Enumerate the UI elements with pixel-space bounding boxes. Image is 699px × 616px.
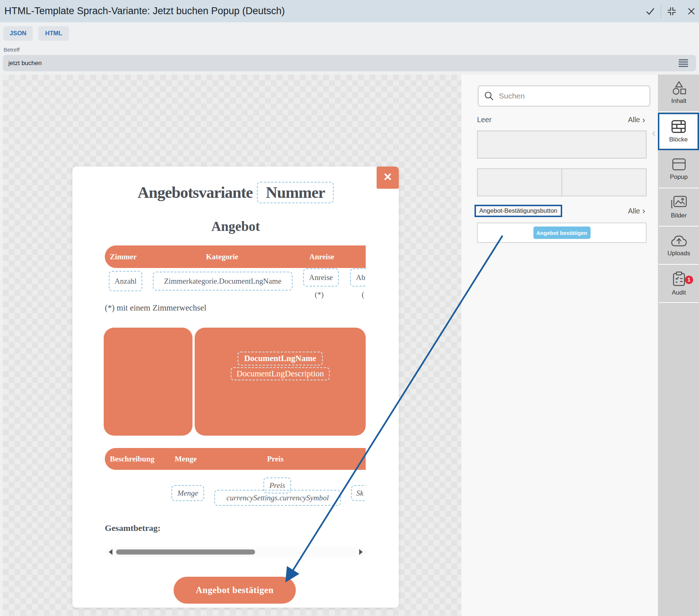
offer-image-block[interactable] [104,328,192,436]
scroll-right-icon[interactable] [359,549,363,555]
annotation-highlight-box: Angebot-Bestätigungsbutton [474,205,562,217]
rooms-table-header: Zimmer Kategorie Anreise Abr [105,245,366,268]
restore-window-button[interactable] [666,0,678,22]
popup-icon [671,158,687,171]
empty-column-left [478,169,562,196]
anreise-note: (*) [315,290,324,299]
subject-value: jetzt buchen [8,55,42,71]
rail-item-audit[interactable]: Audit 1 [659,265,699,303]
total-label: Gesamtbetrag: [105,523,160,533]
field-anreise[interactable]: Anreise [303,268,339,287]
popup-template-card: ✕ Angebotsvariante Nummer Angebot Zimmer… [72,167,399,608]
block-confirm-button-preview[interactable]: Angebot bestätigen [477,223,647,243]
images-icon [671,196,687,209]
check-icon [646,8,655,15]
subject-label: Betreff [4,47,20,53]
search-input[interactable] [499,92,637,100]
field-abreise[interactable]: Abr [350,268,366,287]
field-document-lng-name[interactable]: DocumentLngName [238,352,323,365]
block-empty-two-columns[interactable] [477,168,647,196]
col-beschreibung: Beschreibung [110,448,154,470]
blocks-panel: Leer Alle › Angebot-Bestätigungsbutton A… [461,75,658,616]
menu-icon[interactable] [679,59,688,67]
block-search[interactable] [478,85,650,107]
search-icon [484,91,494,101]
col-preis: Preis [267,448,283,470]
rail-item-inhalt[interactable]: Inhalt [659,75,699,112]
scrollbar-thumb[interactable] [116,549,255,555]
window-titlebar: HTML-Template Sprach-Variante: Jetzt buc… [0,0,699,22]
cloud-upload-icon [671,234,687,247]
confirm-check-button[interactable] [644,0,656,22]
section-leer-alle-link[interactable]: Alle › [628,116,645,124]
abreise-note: ( [362,290,364,299]
compress-icon [667,7,676,16]
col-kategorie: Kategorie [206,245,238,268]
chevron-right-icon: › [642,116,645,124]
window-title: HTML-Template Sprach-Variante: Jetzt buc… [4,0,285,22]
horizontal-scrollbar[interactable] [106,547,366,557]
section-confirm-alle-link[interactable]: Alle › [628,207,645,215]
rail-item-bloecke[interactable]: Blöcke [658,113,699,150]
preview-confirm-button[interactable]: Angebot bestätigen [533,227,591,239]
subject-input[interactable]: jetzt buchen [3,55,696,71]
empty-column-right [562,169,646,196]
col-menge: Menge [175,448,197,470]
field-zimmerkategorie[interactable]: Zimmerkategorie.DocumentLngName [153,272,293,291]
audit-badge: 1 [685,276,693,284]
side-rail: Inhalt Blöcke Popup Bilder Uploads [658,75,699,616]
col-anreise: Anreise [309,245,334,268]
section-confirm-header: Angebot-Bestätigungsbutton Alle › [474,205,645,217]
shapes-icon [671,81,687,95]
offer-text-block[interactable]: DocumentLngName DocumentLngDescription [195,328,366,436]
field-menge[interactable]: Menge [171,485,204,501]
close-icon [688,8,695,15]
close-window-button[interactable] [686,0,697,22]
rail-item-bilder[interactable]: Bilder [659,189,699,227]
section-confirm-title: Angebot-Bestätigungsbutton [479,207,557,214]
rail-item-uploads[interactable]: Uploads [659,227,699,265]
section-leer-header: Leer Alle › [477,116,645,124]
editor-canvas: ✕ Angebotsvariante Nummer Angebot Zimmer… [3,75,461,616]
col-zimmer: Zimmer [110,245,136,268]
field-document-lng-description[interactable]: DocumentLngDescription [231,367,330,380]
audit-clipboard-icon [672,271,686,287]
blocks-icon [671,120,686,133]
room-change-footnote: (*) mit einem Zimmerwechsel [105,303,206,313]
chevron-right-icon: › [642,207,645,215]
block-empty-one-column[interactable] [477,131,647,159]
price-table-header: Beschreibung Menge Preis [105,448,366,470]
rail-item-popup[interactable]: Popup [659,151,699,188]
field-anzahl[interactable]: Anzahl [109,271,142,291]
tab-html[interactable]: HTML [38,26,69,41]
titlebar-divider [661,4,661,19]
field-skonto[interactable]: Sk [351,485,366,501]
collapse-panel-icon[interactable]: ‹ [652,127,656,139]
tab-json[interactable]: JSON [3,26,33,41]
offer-confirm-button[interactable]: Angebot bestätigen [174,577,296,604]
section-leer-title: Leer [477,116,492,124]
scroll-left-icon[interactable] [109,549,112,555]
table-clip-area: Zimmer Kategorie Anreise Abr Anzahl Zimm… [72,167,366,608]
field-currency-symbol[interactable]: currencySettings.currencySymbol [214,490,341,506]
